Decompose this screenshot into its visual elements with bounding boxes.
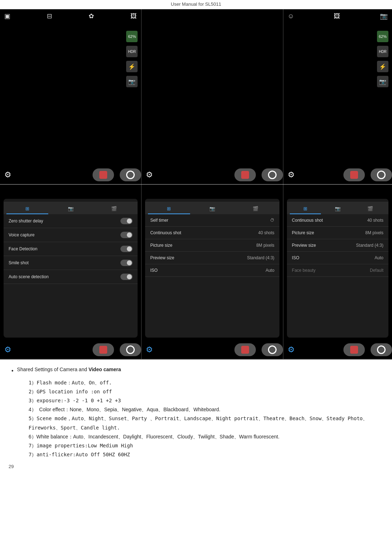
settings-row-face-detection[interactable]: Face Detection xyxy=(4,242,138,256)
flash-icon: ⚡ xyxy=(126,61,138,72)
shutter-button[interactable] xyxy=(120,168,141,181)
bullet-item-1: • Shared Settings of Camera and Video ca… xyxy=(11,365,383,375)
text-content-area: • Shared Settings of Camera and Video ca… xyxy=(0,360,392,465)
screen-bottom-right: ⊞ 📷 🎬 Continuous shot 40 shots Picture s… xyxy=(283,185,392,359)
settings-panel-left: ⊞ 📷 🎬 Zero shutter delay Voice capture F… xyxy=(4,199,138,338)
face-detect-icon: ☺ xyxy=(288,13,294,20)
shutter-icon-br xyxy=(377,345,386,354)
settings-row-preview-size[interactable]: Preview size Standard (4:3) xyxy=(145,252,279,264)
tab-video-mid[interactable]: 🎬 xyxy=(235,204,277,214)
panorama-icon: ⊟ xyxy=(47,12,52,20)
self-timer-value: ⏱ xyxy=(270,218,274,223)
settings-row-zero-shutter[interactable]: Zero shutter delay xyxy=(4,214,138,228)
zero-shutter-toggle[interactable] xyxy=(120,218,133,224)
iso-value-r: Auto xyxy=(374,255,383,260)
gear-icon-br[interactable]: ⚙ xyxy=(288,345,295,354)
cont-shot-value: 40 shots xyxy=(258,230,274,235)
cam-bottombar-right: ⚙ xyxy=(283,168,392,181)
hdr-small-icon-right: HDR xyxy=(377,46,388,57)
face-detection-label: Face Detection xyxy=(9,246,38,251)
record-button[interactable] xyxy=(93,168,114,181)
settings-row-pic-size-r[interactable]: Picture size 8M pixels xyxy=(287,227,388,239)
gear-icon-bl[interactable]: ⚙ xyxy=(4,345,11,354)
settings-rows-mid: Self timer ⏱ Continuous shot 40 shots Pi… xyxy=(145,214,279,338)
iso-value: Auto xyxy=(266,268,274,273)
percent-badge: 62% xyxy=(126,31,138,42)
settings-row-iso[interactable]: ISO Auto xyxy=(145,264,279,277)
voice-capture-label: Voice capture xyxy=(9,232,35,237)
tab-adjust-mid[interactable]: ⊞ xyxy=(148,204,190,214)
camera-mode-icon: 📷 xyxy=(126,76,138,87)
screen-bottom-middle: ⊞ 📷 🎬 Self timer ⏱ Continuous shot 40 sh… xyxy=(142,185,283,359)
hdr-icon: ▣ xyxy=(4,12,10,20)
smile-shot-toggle[interactable] xyxy=(120,260,133,266)
zero-shutter-label: Zero shutter delay xyxy=(9,218,43,224)
settings-row-self-timer[interactable]: Self timer ⏱ xyxy=(145,214,279,227)
text-item-wb: 6）White balance：Auto、Incandescent、Daylig… xyxy=(29,432,383,441)
tab-video-right[interactable]: 🎬 xyxy=(354,204,386,214)
text-item-gps: 2）GPS location info :on off xyxy=(29,387,383,396)
settings-panel-right: ⊞ 📷 🎬 Continuous shot 40 shots Picture s… xyxy=(287,199,388,338)
record-button-br[interactable] xyxy=(343,343,365,356)
smile-shot-label: Smile shot xyxy=(9,260,29,265)
settings-row-face-beauty[interactable]: Face beauty Default xyxy=(287,264,388,277)
gear-icon-mid[interactable]: ⚙ xyxy=(146,170,153,180)
settings-tabs-mid: ⊞ 📷 🎬 xyxy=(145,202,279,214)
tab-camera-mid[interactable]: 📷 xyxy=(192,204,233,214)
cam-topbar-right: ☺ 🖼 📷 xyxy=(283,12,392,20)
voice-capture-toggle[interactable] xyxy=(120,232,133,238)
shutter-button-bm[interactable] xyxy=(262,343,283,356)
cam-bottombar-br: ⚙ xyxy=(283,343,392,356)
shutter-icon-mid xyxy=(268,171,277,179)
text-item-flash: 1）Flash mode：Auto、On、off. xyxy=(29,378,383,387)
settings-row-pic-size[interactable]: Picture size 8M pixels xyxy=(145,239,279,252)
text-item-scene: 5）Scene mode，Auto、Night、Sunset、Party 、Po… xyxy=(29,414,383,432)
bullet-dot-1: • xyxy=(11,366,14,375)
auto-scene-label: Auto scene detection xyxy=(9,274,49,279)
tab-camera-right[interactable]: 📷 xyxy=(322,204,353,214)
image-icon-right: 🖼 xyxy=(334,13,340,20)
tab-adjust[interactable]: ⊞ xyxy=(6,204,48,214)
settings-tabs-left: ⊞ 📷 🎬 xyxy=(4,202,138,214)
screen-top-right: ☺ 🖼 📷 62% HDR ⚡ 📷 ⚙ xyxy=(283,9,392,184)
record-icon xyxy=(99,171,107,179)
record-button-bm[interactable] xyxy=(234,343,256,356)
settings-rows-left: Zero shutter delay Voice capture Face De… xyxy=(4,214,138,338)
cont-shot-label: Continuous shot xyxy=(150,230,181,235)
cam-right-icons-right: 62% HDR ⚡ 📷 xyxy=(377,31,388,87)
tab-video[interactable]: 🎬 xyxy=(93,204,135,214)
gear-icon-bm[interactable]: ⚙ xyxy=(146,345,153,354)
screen-top-left: ▣ ⊟ ✿ 🖼 62% HDR ⚡ 📷 ⚙ xyxy=(0,9,142,184)
record-icon-mid xyxy=(241,171,249,179)
shutter-button-mid[interactable] xyxy=(262,168,283,181)
settings-row-iso-r[interactable]: ISO Auto xyxy=(287,252,388,264)
settings-row-auto-scene[interactable]: Auto scene detection xyxy=(4,270,138,284)
gear-icon-right[interactable]: ⚙ xyxy=(288,170,295,180)
hdr-small-icon: HDR xyxy=(126,46,138,57)
preview-size-label: Preview size xyxy=(150,255,174,260)
settings-row-preview-size-r[interactable]: Preview size Standard (4:3) xyxy=(287,239,388,252)
settings-row-smile-shot[interactable]: Smile shot xyxy=(4,256,138,270)
percent-badge-right: 62% xyxy=(377,31,388,42)
screen-top-middle: ⚙ xyxy=(142,9,283,184)
page-number: 29 xyxy=(9,464,14,469)
tab-adjust-right[interactable]: ⊞ xyxy=(290,204,321,214)
settings-row-cont-shot-r[interactable]: Continuous shot 40 shots xyxy=(287,214,388,227)
cam-right-icons-left: 62% HDR ⚡ 📷 xyxy=(126,31,138,87)
shutter-button-bl[interactable] xyxy=(120,343,141,356)
settings-row-voice-capture[interactable]: Voice capture xyxy=(4,228,138,242)
gear-icon[interactable]: ⚙ xyxy=(4,170,11,180)
face-beauty-value: Default xyxy=(370,268,383,273)
pic-size-label-r: Picture size xyxy=(292,230,314,235)
face-detection-toggle[interactable] xyxy=(120,246,133,252)
shutter-button-br[interactable] xyxy=(371,343,392,356)
shutter-button-right[interactable] xyxy=(371,168,392,181)
record-button-bl[interactable] xyxy=(93,343,114,356)
record-icon-bl xyxy=(99,346,107,354)
settings-row-cont-shot[interactable]: Continuous shot 40 shots xyxy=(145,227,279,239)
screen-bottom-left: ⊞ 📷 🎬 Zero shutter delay Voice capture F… xyxy=(0,185,142,359)
record-button-mid[interactable] xyxy=(234,168,256,181)
record-button-right[interactable] xyxy=(343,168,365,181)
tab-camera[interactable]: 📷 xyxy=(50,204,91,214)
auto-scene-toggle[interactable] xyxy=(120,274,133,280)
